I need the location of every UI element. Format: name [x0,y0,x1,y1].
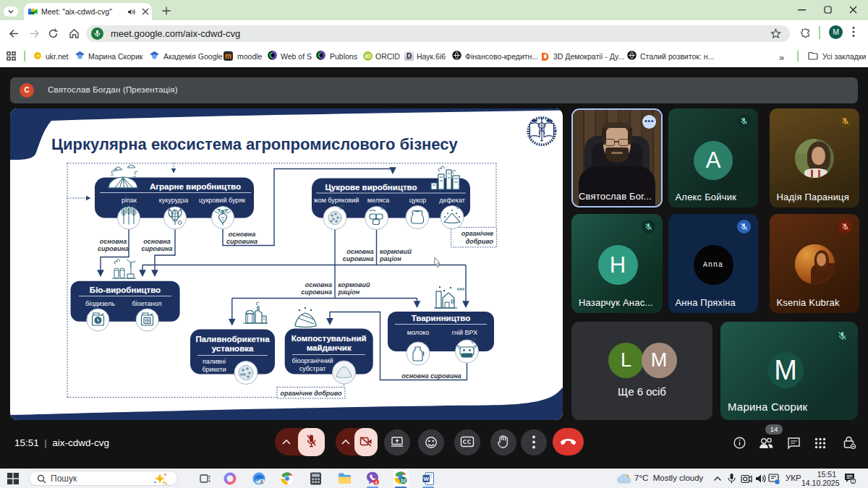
svg-text:добриво: добриво [466,238,494,245]
svg-text:раціон: раціон [379,255,401,262]
svg-text:Компостувальний: Компостувальний [292,334,367,343]
svg-text:кормовий: кормовий [339,281,371,288]
svg-text:гній ВРХ: гній ВРХ [452,329,477,336]
svg-text:M: M [401,477,406,484]
svg-text:кукурудза: кукурудза [159,197,188,204]
svg-text:сировина: сировина [98,245,129,252]
svg-text:субстрат: субстрат [299,365,326,372]
svg-text:Цукрове виробництво: Цукрове виробництво [325,183,417,192]
svg-text:біоорганічний: біоорганічний [292,357,333,364]
svg-text:Паливнобрикетна: Паливнобрикетна [195,335,270,343]
svg-text:жом буряковий: жом буряковий [314,197,359,204]
svg-text:W: W [423,476,429,482]
svg-text:Циркулярна екосистема агропром: Циркулярна екосистема агропромислового б… [51,135,459,153]
svg-text:основна: основна [143,238,170,245]
svg-text:основна: основна [305,281,332,288]
svg-text:4: 4 [375,479,378,485]
svg-text:паливні: паливні [203,358,226,365]
svg-text:основна сировина: основна сировина [401,372,461,380]
svg-text:сировина: сировина [301,288,332,296]
svg-text:цукор: цукор [409,197,427,204]
svg-text:раціон: раціон [338,288,360,296]
svg-text:7: 7 [852,479,855,484]
svg-text:дефекат: дефекат [439,197,465,204]
svg-text:кормовий: кормовий [380,248,412,255]
svg-text:Біо-виробництво: Біо-виробництво [90,286,161,294]
svg-text:майданчик: майданчик [307,343,352,352]
svg-text:Тваринництво: Тваринництво [412,314,471,322]
svg-text:органічне: органічне [461,230,493,237]
svg-text:молоко: молоко [407,329,429,336]
svg-text:брикети: брикети [202,366,226,373]
svg-text:біоетанол: біоетанол [132,300,162,307]
svg-text:біодизель: біодизель [85,300,115,307]
svg-text:сировина: сировина [226,238,258,245]
svg-text:Аграрне виробництво: Аграрне виробництво [150,182,241,191]
svg-text:установка: установка [212,344,254,353]
svg-text:сировина: сировина [343,255,374,262]
svg-text:сировина: сировина [142,245,173,252]
svg-text:основна: основна [346,248,373,255]
svg-text:цукровий буряк: цукровий буряк [199,197,245,204]
svg-text:основна: основна [100,238,127,245]
svg-text:органічне добриво: органічне добриво [280,390,342,397]
svg-text:основна: основна [229,231,255,238]
svg-text:меляса: меляса [367,197,390,204]
